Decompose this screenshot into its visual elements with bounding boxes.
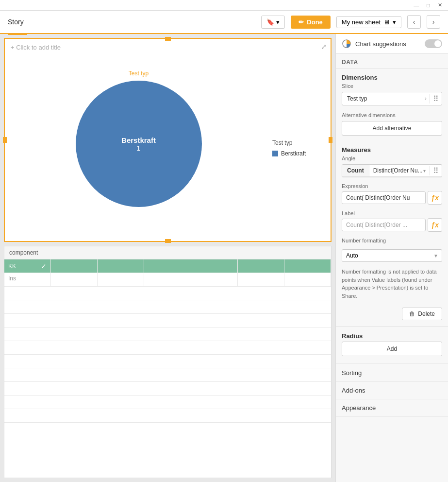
empty-rows bbox=[4, 287, 331, 432]
sheet-data-cell-7 bbox=[284, 273, 331, 286]
pie-value: 1 bbox=[137, 144, 141, 152]
minimize-button[interactable]: — bbox=[412, 2, 421, 8]
sheet-header-cell-2 bbox=[51, 259, 98, 273]
legend-title: Test typ bbox=[272, 139, 292, 146]
dimension-value: Test typ bbox=[342, 92, 422, 105]
title-bar: — □ ✕ bbox=[0, 0, 448, 11]
story-label: Story bbox=[8, 18, 24, 26]
sheet-header-cell-6 bbox=[238, 259, 284, 273]
sheet-header-cell: KK ✓ bbox=[4, 259, 51, 273]
pie-chart-container: Test typ Berstkraft 1 bbox=[5, 70, 272, 207]
add-radius-button[interactable]: Add bbox=[342, 342, 442, 356]
expression-label: Expression bbox=[342, 183, 442, 189]
sheet-data-cell-5 bbox=[191, 273, 238, 286]
sheet-data-cell-4 bbox=[144, 273, 191, 286]
expand-button[interactable]: ⤢ bbox=[321, 43, 327, 51]
measures-title: Measures bbox=[336, 141, 448, 155]
trash-icon: 🗑 bbox=[409, 310, 415, 317]
expression-input-row: Count( Distinct[Order Nu ƒx bbox=[342, 191, 442, 205]
sheet-chevron-icon: ▾ bbox=[393, 18, 396, 26]
number-formatting-select[interactable]: Auto bbox=[342, 249, 442, 262]
legend-item-label: Berstkraft bbox=[281, 150, 306, 157]
sheet-name-area[interactable]: My new sheet 🖥 ▾ bbox=[336, 16, 401, 28]
add-title-button[interactable]: + Click to add title bbox=[11, 44, 61, 51]
nav-prev-button[interactable]: ‹ bbox=[407, 15, 421, 29]
chart-suggestions-label: Chart suggestions bbox=[355, 40, 406, 48]
label-input[interactable]: Count( Distinct[Order ... bbox=[342, 219, 426, 231]
delete-button[interactable]: 🗑 Delete bbox=[402, 308, 442, 320]
chart-suggestions-toggle[interactable] bbox=[425, 39, 442, 48]
dimension-pill[interactable]: Test typ › ⠿ bbox=[342, 92, 442, 105]
chart-legend: Test typ Berstkraft bbox=[272, 120, 331, 157]
label-input-row: Count( Distinct[Order ... ƒx bbox=[342, 218, 442, 232]
data-section-header: Data bbox=[336, 54, 448, 69]
bookmark-icon: 🔖 bbox=[266, 18, 274, 26]
sheet-data-cell-6 bbox=[238, 273, 284, 286]
number-formatting-select-wrapper: Auto bbox=[342, 249, 442, 262]
sheet-name-label: My new sheet bbox=[342, 18, 381, 26]
delete-row: 🗑 Delete bbox=[336, 305, 448, 325]
pie-circle: Berstkraft 1 bbox=[76, 81, 202, 207]
chart-title-row: + Click to add title bbox=[5, 39, 331, 56]
top-nav: Story 🔖 ▾ ✏ Done My new sheet 🖥 ▾ ‹ › bbox=[0, 11, 448, 34]
addons-link[interactable]: Add-ons bbox=[336, 382, 448, 399]
note-text: Number formatting is not applied to data… bbox=[336, 266, 448, 305]
number-formatting-select-row: Auto bbox=[336, 247, 448, 266]
label-field-label: Label bbox=[342, 210, 442, 216]
maximize-button[interactable]: □ bbox=[425, 2, 432, 8]
sheet-data-cell-2 bbox=[51, 273, 98, 286]
sorting-link[interactable]: Sorting bbox=[336, 364, 448, 382]
sheet-header-row: KK ✓ bbox=[4, 259, 331, 273]
addons-label: Add-ons bbox=[342, 387, 365, 394]
count-pill: Count bbox=[342, 165, 369, 176]
right-panel: Chart suggestions Data Dimensions Slice … bbox=[335, 34, 448, 482]
pie-label: Berstkraft bbox=[121, 136, 156, 144]
chart-suggestions-bar: Chart suggestions bbox=[336, 34, 448, 54]
chart-icon bbox=[342, 39, 351, 49]
check-icon: ✓ bbox=[41, 262, 47, 270]
measures-row: Count Distinct[Order Nu... ▾ ⠿ bbox=[342, 164, 442, 177]
chart-area: + Click to add title ⤢ Test typ Berstkra… bbox=[4, 38, 332, 242]
expression-group: Expression Count( Distinct[Order Nu ƒx bbox=[336, 179, 448, 207]
done-button[interactable]: ✏ Done bbox=[291, 16, 331, 29]
distinct-pill: Distinct[Order Nu... ▾ bbox=[369, 165, 430, 176]
sheet-header-cell-3 bbox=[98, 259, 144, 273]
panel-divider-2 bbox=[336, 363, 448, 363]
dimension-chevron-icon: › bbox=[422, 95, 430, 102]
bookmark-button[interactable]: 🔖 ▾ bbox=[261, 16, 285, 29]
label-fx-button[interactable]: ƒx bbox=[428, 218, 442, 232]
close-button[interactable]: ✕ bbox=[436, 2, 444, 8]
appearance-link[interactable]: Appearance bbox=[336, 399, 448, 417]
measures-label-row: Count Distinct[Order Nu... ▾ ⠿ bbox=[342, 165, 442, 177]
label-group: Label Count( Distinct[Order ... ƒx bbox=[336, 207, 448, 234]
sorting-label: Sorting bbox=[342, 369, 362, 377]
legend-color-box bbox=[272, 151, 278, 156]
distinct-label: Distinct[Order Nu... bbox=[373, 167, 423, 174]
expression-fx-button[interactable]: ƒx bbox=[428, 191, 442, 205]
add-alternative-button[interactable]: Add alternative bbox=[342, 121, 442, 136]
done-label: Done bbox=[307, 18, 323, 26]
chart-subtitle: Test typ bbox=[129, 70, 149, 77]
sheet-header-cell-4 bbox=[144, 259, 191, 273]
sheet-header-cell-5 bbox=[191, 259, 238, 273]
handle-bottom[interactable] bbox=[165, 239, 171, 243]
dimension-dots-icon: ⠿ bbox=[430, 94, 442, 103]
handle-top[interactable] bbox=[165, 37, 171, 41]
sheet-data-row: Ins bbox=[4, 273, 331, 287]
sheet-component-label: component bbox=[4, 246, 331, 259]
expression-input[interactable]: Count( Distinct[Order Nu bbox=[342, 191, 426, 204]
chart-inner: Test typ Berstkraft 1 Test typ Berstkraf… bbox=[5, 56, 331, 221]
measures-dots-icon: ⠿ bbox=[430, 166, 442, 175]
monitor-icon: 🖥 bbox=[383, 18, 390, 26]
left-panel: + Click to add title ⤢ Test typ Berstkra… bbox=[0, 34, 335, 482]
spreadsheet-area: component KK ✓ Ins bbox=[4, 246, 332, 478]
dimensions-title: Dimensions bbox=[336, 69, 448, 83]
slice-label: Slice bbox=[336, 83, 448, 92]
nav-next-button[interactable]: › bbox=[427, 15, 440, 29]
bookmark-chevron: ▾ bbox=[276, 18, 280, 26]
number-formatting-group: Number formatting bbox=[336, 234, 448, 247]
sheet-header-cell-7 bbox=[284, 259, 331, 273]
sheet-data-cell-3 bbox=[98, 273, 144, 286]
main-layout: + Click to add title ⤢ Test typ Berstkra… bbox=[0, 34, 448, 482]
sheet-grid: KK ✓ Ins bbox=[4, 259, 331, 287]
